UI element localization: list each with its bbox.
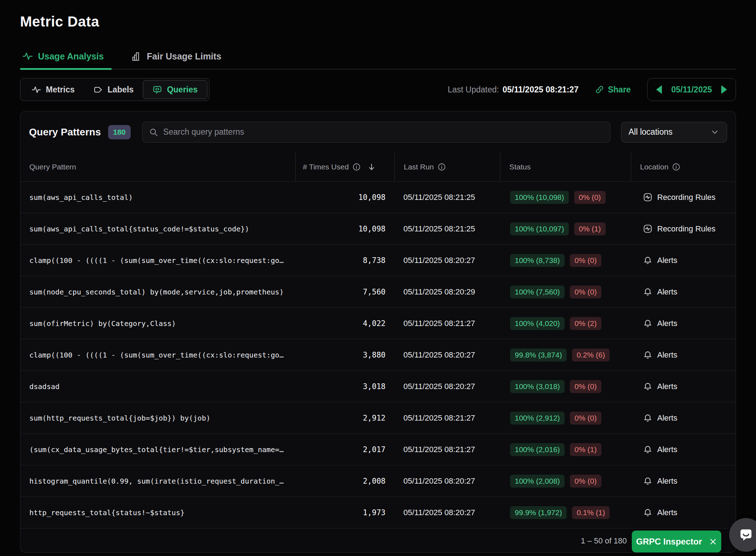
info-icon[interactable] xyxy=(352,163,361,171)
tab-fair-usage-limits[interactable]: Fair Usage Limits xyxy=(129,46,229,69)
table-header: Query Pattern # Times Used Last Run Stat… xyxy=(20,153,736,181)
queries-button-label: Queries xyxy=(167,85,198,95)
column-header-times-used[interactable]: # Times Used xyxy=(295,153,394,181)
share-button[interactable]: Share xyxy=(595,85,631,95)
status-success-badge: 100% (4,020) xyxy=(510,317,564,330)
last-run-value: 05/11/2025 08:20:29 xyxy=(403,287,475,297)
table-row[interactable]: http_requests_total{status!~$status} 1,9… xyxy=(20,497,736,528)
last-run-value: 05/11/2025 08:21:25 xyxy=(403,193,475,202)
tag-icon xyxy=(93,85,103,95)
column-label: Location xyxy=(640,163,668,171)
status-error-badge: 0.2% (6) xyxy=(572,349,610,361)
status-success-badge: 100% (2,016) xyxy=(510,443,564,456)
last-updated-value: 05/11/2025 08:21:27 xyxy=(503,85,578,94)
last-run-value: 05/11/2025 08:20:27 xyxy=(403,508,475,517)
table-row[interactable]: sum(http_requests_total{job=$job}) by(jo… xyxy=(20,402,736,433)
last-run-value: 05/11/2025 08:21:27 xyxy=(403,319,475,328)
status-error-badge: 0% (0) xyxy=(570,412,601,425)
status-error-badge: 0% (0) xyxy=(570,254,601,267)
table-row[interactable]: clamp((100 - ((((1 - (sum(sum_over_time(… xyxy=(20,339,736,370)
table-row[interactable]: clamp((100 - ((((1 - (sum(sum_over_time(… xyxy=(20,244,736,276)
query-pattern-text: sum(http_requests_total{job=$job}) by(jo… xyxy=(29,414,210,422)
table-row[interactable]: sum(aws_api_calls_total{status_code!=$st… xyxy=(20,213,736,244)
info-icon[interactable] xyxy=(437,163,446,171)
query-pattern-text: histogram_quantile(0.99, sum(irate(istio… xyxy=(29,477,284,485)
labels-button[interactable]: Labels xyxy=(84,80,143,99)
times-used-value: 4,022 xyxy=(363,319,386,328)
times-used-value: 3,880 xyxy=(363,351,386,359)
date-value[interactable]: 05/11/2025 xyxy=(671,85,712,95)
table-row[interactable]: histogram_quantile(0.99, sum(irate(istio… xyxy=(20,465,736,497)
location-label: Alerts xyxy=(657,256,677,265)
recording-rules-icon xyxy=(643,192,653,202)
times-used-value: 3,018 xyxy=(363,382,386,391)
close-icon[interactable] xyxy=(709,538,717,546)
location-filter-select[interactable]: All locations xyxy=(621,122,727,143)
query-pattern-text: clamp((100 - ((((1 - (sum(sum_over_time(… xyxy=(29,256,284,265)
last-run-value: 05/11/2025 08:20:27 xyxy=(403,350,475,360)
view-switcher: Metrics Labels Queries xyxy=(20,78,209,101)
tab-label: Fair Usage Limits xyxy=(147,51,221,62)
column-label: # Times Used xyxy=(303,163,349,171)
labels-button-label: Labels xyxy=(108,85,134,95)
prev-day-button[interactable] xyxy=(656,85,662,94)
toolbar: Metrics Labels Queries Last Updated:05/1… xyxy=(20,78,736,101)
sort-desc-icon[interactable] xyxy=(367,163,376,171)
status-error-badge: 0% (0) xyxy=(570,286,601,298)
table-row[interactable]: (sum(cx_data_usage_bytes_total{tier!=$ti… xyxy=(20,433,736,465)
location-label: Alerts xyxy=(657,350,677,360)
link-icon xyxy=(595,85,604,94)
times-used-value: 10,098 xyxy=(358,193,386,202)
status-error-badge: 0% (2) xyxy=(570,317,601,330)
metrics-button[interactable]: Metrics xyxy=(22,80,84,99)
query-pattern-text: (sum(cx_data_usage_bytes_total{tier!=$ti… xyxy=(29,445,284,454)
count-badge: 180 xyxy=(108,125,131,139)
status-success-badge: 100% (2,008) xyxy=(510,475,564,488)
table-row[interactable]: sum(node_cpu_seconds_total) by(mode,serv… xyxy=(20,276,736,307)
location-label: Alerts xyxy=(657,445,677,454)
query-pattern-text: clamp((100 - ((((1 - (sum(sum_over_time(… xyxy=(29,351,284,359)
query-pattern-text: sum(aws_api_calls_total{status_code!=$st… xyxy=(29,225,249,233)
last-run-value: 05/11/2025 08:21:27 xyxy=(403,445,475,454)
table-row[interactable]: sum(ofirMetric) by(Category,Class) 4,022… xyxy=(20,307,736,339)
table-row[interactable]: sum(aws_api_calls_total) 10,098 05/11/20… xyxy=(20,181,736,213)
status-error-badge: 0% (1) xyxy=(574,222,606,235)
table-footer: 1 – 50 of 180 xyxy=(20,528,736,553)
column-label: Status xyxy=(509,163,531,171)
location-label: Recording Rules xyxy=(657,193,716,202)
search-box xyxy=(142,122,610,143)
queries-button[interactable]: Queries xyxy=(143,80,207,99)
column-label: Query Pattern xyxy=(29,163,76,171)
status-success-badge: 100% (3,018) xyxy=(510,380,564,393)
chevron-down-icon xyxy=(710,128,719,137)
location-label: Recording Rules xyxy=(657,224,716,234)
recording-rules-icon xyxy=(643,224,653,234)
times-used-value: 2,912 xyxy=(363,414,386,422)
status-error-badge: 0% (0) xyxy=(574,191,606,204)
location-label: Alerts xyxy=(657,319,677,328)
info-icon[interactable] xyxy=(672,163,680,171)
location-filter-value: All locations xyxy=(629,127,673,137)
bell-icon xyxy=(643,255,653,265)
table-row[interactable]: dsadsad 3,018 05/11/2025 08:20:27 100% (… xyxy=(20,370,736,402)
query-pattern-text: http_requests_total{status!~$status} xyxy=(29,508,184,517)
status-error-badge: 0% (1) xyxy=(570,443,601,456)
table-body: sum(aws_api_calls_total) 10,098 05/11/20… xyxy=(20,181,736,528)
search-icon xyxy=(149,128,158,137)
bell-icon xyxy=(643,382,653,391)
tab-label: Usage Analysis xyxy=(38,51,104,62)
column-header-query-pattern: Query Pattern xyxy=(20,153,295,181)
search-input[interactable] xyxy=(163,127,604,137)
toolbar-right: Last Updated:05/11/2025 08:21:27 Share 0… xyxy=(448,78,736,101)
bell-icon xyxy=(643,318,653,328)
bell-icon xyxy=(643,445,653,454)
query-pattern-text: sum(node_cpu_seconds_total) by(mode,serv… xyxy=(29,288,284,296)
grpc-inspector-toast[interactable]: GRPC Inspector xyxy=(632,531,721,552)
tab-usage-analysis[interactable]: Usage Analysis xyxy=(20,46,112,69)
location-label: Alerts xyxy=(657,382,677,391)
panel-title: Query Patterns xyxy=(29,126,101,138)
times-used-value: 2,017 xyxy=(363,445,386,454)
query-pattern-text: dsadsad xyxy=(29,382,59,391)
date-navigator: 05/11/2025 xyxy=(647,78,736,101)
next-day-button[interactable] xyxy=(721,85,727,94)
